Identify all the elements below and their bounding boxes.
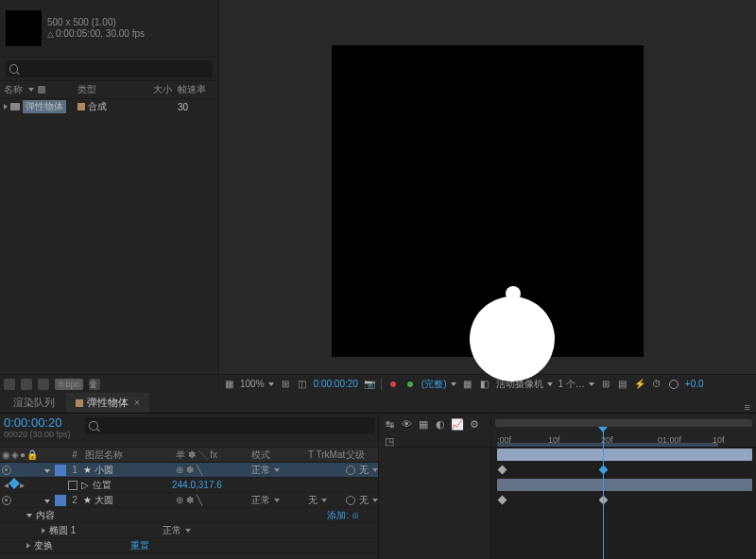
zoom-dropdown[interactable]: 100% [240,379,274,389]
timecode-box[interactable]: 0:00:00:20 00020 (30.00 fps) [0,414,81,447]
track-prop[interactable] [491,508,756,523]
comp-viewer[interactable] [219,0,756,374]
shape-small-circle[interactable] [506,286,521,301]
disclosure-icon[interactable] [42,528,45,534]
add-button[interactable]: 添加: ⊙ [327,509,359,522]
motion-blur-icon[interactable]: ◐ [434,417,447,431]
layer-name[interactable]: 小圆 [94,464,113,477]
track-prop[interactable] [491,523,756,538]
col-name[interactable]: 名称 [4,83,77,96]
disclosure-icon[interactable] [4,104,8,110]
trkmat-dropdown[interactable]: 无 [308,494,346,507]
prop-transform[interactable]: 变换 重置 [0,538,378,553]
track-prop[interactable] [491,493,756,508]
interpret-icon[interactable] [4,379,15,390]
fast-preview-icon[interactable]: ⚡ [634,379,645,390]
eye-icon[interactable] [2,466,11,475]
transparency-icon[interactable]: ▦ [462,379,473,390]
time-ruler[interactable]: :00f 10f 20f 01:00f 10f [491,414,756,448]
close-icon[interactable]: × [134,398,140,408]
timeline-search-input[interactable] [102,420,370,432]
resolution-icon[interactable]: ⊞ [280,379,291,390]
layer-bar[interactable] [497,449,752,461]
layer-name[interactable]: 大圆 [94,494,113,507]
comp-flow-icon[interactable]: ↹ [383,417,396,431]
pickwhip-icon[interactable] [346,496,355,505]
guides-icon[interactable]: ⊞ [600,379,611,390]
track-position-kf[interactable] [491,463,756,478]
project-search[interactable] [6,60,213,77]
tab-comp[interactable]: 弹性物体× [66,393,149,413]
disclosure-icon[interactable] [26,543,30,549]
disclosure-icon[interactable] [26,514,32,517]
roi-icon[interactable]: ◫ [297,379,308,390]
prop-ellipse[interactable]: 椭圆 1 正常 [0,523,378,538]
playhead[interactable] [603,431,604,559]
grid-icon[interactable]: ▦ [223,379,234,390]
mask-icon[interactable]: ◧ [479,379,490,390]
reset-link[interactable]: 重置 [121,539,149,552]
keyframe-diamond-icon[interactable] [9,478,19,488]
track-layer-1[interactable] [491,448,756,463]
shape-big-circle[interactable] [470,296,555,381]
time-navigator[interactable] [495,419,752,427]
stopwatch-icon[interactable] [68,481,77,490]
disclosure-icon[interactable] [44,469,50,473]
snapshot-icon[interactable]: 📷 [364,379,375,390]
col-number[interactable]: # [68,449,81,460]
timeline-icon[interactable]: ⏱ [651,379,662,390]
track-layer-2[interactable] [491,478,756,493]
preview-time[interactable]: 0:00:00:20 [314,379,358,389]
project-search-input[interactable] [22,63,209,75]
green-channel-icon[interactable] [407,381,413,387]
prop-position[interactable]: ◂▸ ▷位置 244.0,317.6 [0,478,378,493]
prop-contents[interactable]: 内容 添加: ⊙ [0,508,378,523]
disclosure-icon[interactable] [44,500,50,503]
blend-mode-dropdown[interactable]: 正常 [251,464,308,477]
prev-kf-icon[interactable]: ◂ [4,480,9,490]
layer-row-1[interactable]: 1 ★小圆 ⊕ ✽ ╲ 正常 无 [0,463,378,478]
col-switches[interactable]: 单 ✽ ╲ fx [176,449,251,462]
project-item[interactable]: 弹性物体 合成 30 [0,99,218,114]
timeline-search[interactable] [85,417,374,434]
settings-icon[interactable] [669,380,679,389]
trash-icon[interactable]: 🗑 [89,379,100,390]
eye-icon[interactable] [2,496,11,505]
col-size[interactable]: 大小 [134,83,172,96]
layer-switches[interactable]: ⊕ ✽ ╲ [176,465,251,475]
views-dropdown[interactable]: 1 个… [558,378,594,391]
pixel-aspect-icon[interactable]: ▤ [617,379,628,390]
col-fps[interactable]: 帧速率 [172,83,215,96]
comp-canvas[interactable] [332,45,644,357]
brainstorm-icon[interactable]: ⚙ [468,417,481,431]
timeline-tracks[interactable]: :00f 10f 20f 01:00f 10f [491,414,756,559]
col-type[interactable]: 类型 [77,83,134,96]
exposure-value[interactable]: +0.0 [685,379,704,389]
col-trkmat[interactable]: T TrkMat [308,449,346,460]
shy-icon[interactable]: 👁 [400,417,413,431]
new-folder-icon[interactable] [21,379,32,390]
panel-menu-icon[interactable]: ≡ [745,401,750,413]
draft3d-icon[interactable]: ◳ [383,434,396,448]
red-channel-icon[interactable] [390,381,396,387]
parent-dropdown[interactable]: 无 [359,464,378,477]
pickwhip-icon[interactable] [346,466,355,475]
new-comp-icon[interactable] [38,379,49,390]
layer-row-2[interactable]: 2 ★大圆 ⊕ ✽ ╲ 正常 无 无 [0,493,378,508]
col-parent[interactable]: 父级 [346,449,378,462]
parent-dropdown[interactable]: 无 [359,494,378,507]
next-kf-icon[interactable]: ▸ [20,480,25,490]
comp-thumbnail[interactable] [6,10,42,46]
project-bpc[interactable]: 8 bpc [55,379,83,390]
graph-icon[interactable]: 📈 [451,417,464,431]
layer-color-swatch[interactable] [55,495,66,506]
frame-blend-icon[interactable]: ▦ [417,417,430,431]
layer-switches[interactable]: ⊕ ✽ ╲ [176,495,251,505]
keyframe-icon[interactable] [498,496,507,505]
project-list[interactable]: 弹性物体 合成 30 [0,99,218,374]
blend-mode-dropdown[interactable]: 正常 [251,494,308,507]
layer-bar[interactable] [497,479,752,491]
tab-render-queue[interactable]: 渲染队列 [4,393,64,413]
keyframe-icon[interactable] [498,466,507,475]
layer-color-swatch[interactable] [55,465,66,476]
